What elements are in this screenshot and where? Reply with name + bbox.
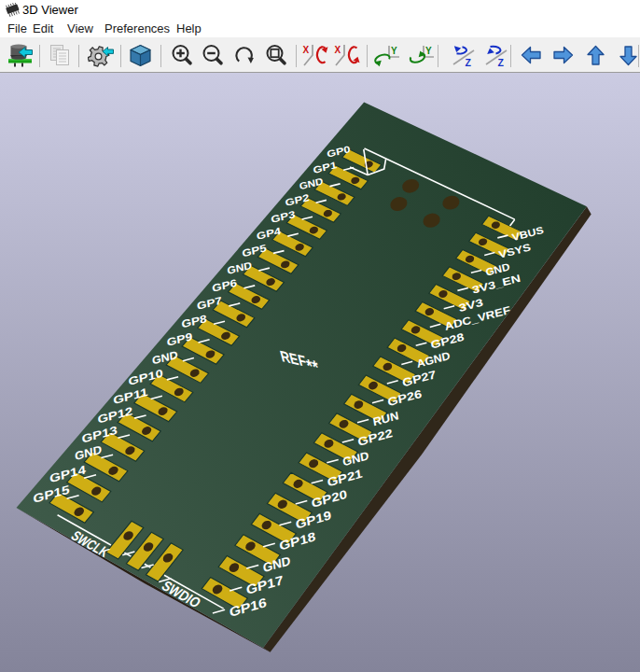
svg-text:Z: Z (498, 57, 505, 67)
svg-text:Y: Y (425, 46, 432, 56)
svg-text:Y: Y (391, 46, 397, 56)
svg-text:Z: Z (466, 57, 472, 67)
svg-text:X: X (303, 45, 310, 55)
svg-text:X: X (335, 45, 341, 55)
